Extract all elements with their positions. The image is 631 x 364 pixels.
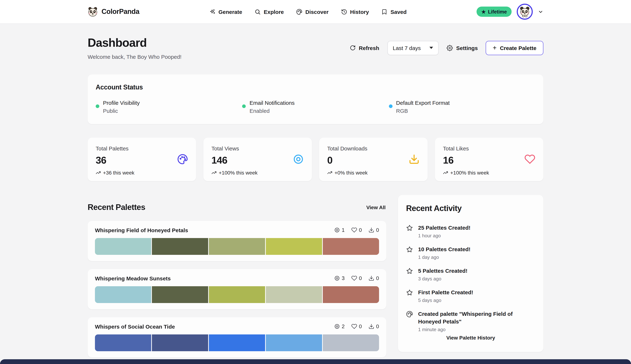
color-swatch[interactable] <box>323 334 379 351</box>
recent-palettes-title: Recent Palettes <box>88 203 145 212</box>
color-swatch[interactable] <box>209 238 265 255</box>
likes-stat: 0 <box>351 276 362 281</box>
palette-card-3[interactable]: Whispers of Social Ocean Tide 2 <box>88 317 386 358</box>
eye-icon <box>334 324 340 330</box>
likes-count: 0 <box>359 276 362 281</box>
stat-value: 36 <box>96 155 134 166</box>
stat-value: 16 <box>443 155 489 166</box>
color-swatch[interactable] <box>152 334 208 351</box>
nav-label: Saved <box>390 8 406 15</box>
stat-value: 146 <box>212 155 258 166</box>
page-title-block: Dashboard Welcome back, The Boy Who Poop… <box>88 36 182 60</box>
settings-button[interactable]: Settings <box>445 42 479 54</box>
view-all-link[interactable]: View All <box>366 204 386 211</box>
bookmark-icon <box>382 8 388 15</box>
eye-icon <box>293 154 304 165</box>
color-swatch[interactable] <box>95 334 151 351</box>
panda-avatar-icon <box>519 6 530 17</box>
downloads-stat: 0 <box>368 324 379 330</box>
activity-time: 5 days ago <box>418 298 473 303</box>
date-range-select[interactable]: Last 7 days <box>387 41 438 55</box>
chevron-down-icon[interactable] <box>538 9 543 14</box>
stat-card-total-likes: Total Likes 16 +100% this week <box>435 138 543 181</box>
activity-list: 25 Palettes Created! 1 hour ago 10 Palet… <box>406 224 535 332</box>
status-item-email-notifications: Email Notifications Enabled <box>242 100 389 114</box>
stat-trend: +0% this week <box>327 170 368 176</box>
status-dot <box>389 104 392 108</box>
create-palette-label: Create Palette <box>500 45 536 51</box>
view-palette-history-link[interactable]: View Palette History <box>398 334 543 341</box>
brand-logo[interactable]: ColorPanda <box>88 6 139 17</box>
create-palette-button[interactable]: + Create Palette <box>486 41 543 55</box>
page-header: Dashboard Welcome back, The Boy Who Poop… <box>88 36 543 60</box>
user-avatar[interactable] <box>517 4 533 20</box>
stat-value: 0 <box>327 155 368 166</box>
color-swatch[interactable] <box>323 238 379 255</box>
trending-up-icon <box>212 170 216 175</box>
stat-trend-text: +100% this week <box>450 170 489 176</box>
downloads-stat: 0 <box>368 227 379 233</box>
plan-badge: ★ Lifetime <box>476 6 512 17</box>
activity-time: 1 day ago <box>418 254 470 260</box>
stat-trend-text: +36 this week <box>103 170 134 176</box>
nav-item-history[interactable]: History <box>341 8 369 15</box>
stat-label: Total Palettes <box>96 145 134 152</box>
account-status-items: Profile Visibility Public Email Notifica… <box>96 100 535 114</box>
activity-time: 1 minute ago <box>418 327 535 332</box>
palette-name: Whispering Field of Honeyed Petals <box>95 227 188 233</box>
download-icon <box>368 276 374 281</box>
heart-icon <box>351 276 357 281</box>
palette-name: Whispering Meadow Sunsets <box>95 275 171 282</box>
nav-item-saved[interactable]: Saved <box>382 8 406 15</box>
palette-card-1[interactable]: Whispering Field of Honeyed Petals 1 <box>88 221 386 261</box>
brand-name: ColorPanda <box>102 8 139 16</box>
nav-item-explore[interactable]: Explore <box>255 8 284 15</box>
activity-text: Created palette "Whispering Field of Hon… <box>418 310 535 325</box>
color-swatch[interactable] <box>266 334 322 351</box>
stats-row: Total Palettes 36 +36 this week <box>88 138 543 181</box>
palette-icon <box>177 154 188 165</box>
color-swatch[interactable] <box>209 286 265 303</box>
sparkles-icon <box>209 8 216 15</box>
status-value: Enabled <box>250 108 295 114</box>
stat-label: Total Views <box>212 145 258 152</box>
stat-card-total-views: Total Views 146 +100% this week <box>204 138 312 181</box>
color-swatch[interactable] <box>266 286 322 303</box>
main-nav: Generate Explore <box>209 8 406 15</box>
stat-label: Total Downloads <box>327 145 368 152</box>
account-status-card: Account Status Profile Visibility Public… <box>88 74 543 124</box>
caret-down-icon <box>430 47 433 49</box>
nav-item-generate[interactable]: Generate <box>209 8 242 15</box>
color-swatch[interactable] <box>95 238 151 255</box>
likes-count: 0 <box>359 227 362 233</box>
color-swatch[interactable] <box>152 238 208 255</box>
star-icon <box>406 268 413 282</box>
status-item-profile-visibility: Profile Visibility Public <box>96 100 242 114</box>
heart-icon <box>351 227 357 233</box>
color-swatch[interactable] <box>266 238 322 255</box>
color-swatch[interactable] <box>152 286 208 303</box>
star-icon <box>406 289 413 303</box>
history-icon <box>341 8 347 15</box>
welcome-message: Welcome back, The Boy Who Pooped! <box>88 54 182 60</box>
palette-card-2[interactable]: Whispering Meadow Sunsets 3 <box>88 269 386 309</box>
palette-swatches <box>95 334 379 351</box>
status-item-export-format: Default Export Format RGB <box>389 100 535 114</box>
activity-text: 5 Palettes Created! <box>418 267 468 274</box>
heart-icon <box>351 324 357 330</box>
refresh-icon <box>350 45 356 51</box>
nav-item-discover[interactable]: Discover <box>296 8 329 15</box>
activity-text: 10 Palettes Created! <box>418 245 470 253</box>
color-swatch[interactable] <box>323 286 379 303</box>
views-stat: 3 <box>334 276 345 281</box>
refresh-button[interactable]: Refresh <box>348 42 381 54</box>
stat-card-total-palettes: Total Palettes 36 +36 this week <box>88 138 196 181</box>
account-status-title: Account Status <box>96 84 535 91</box>
stat-trend: +36 this week <box>96 170 134 176</box>
download-icon <box>408 154 420 165</box>
bottom-section: Recent Palettes View All Whispering Fiel… <box>88 195 543 364</box>
color-swatch[interactable] <box>95 286 151 303</box>
downloads-count: 0 <box>376 324 379 330</box>
color-swatch[interactable] <box>209 334 265 351</box>
likes-count: 0 <box>359 324 362 330</box>
